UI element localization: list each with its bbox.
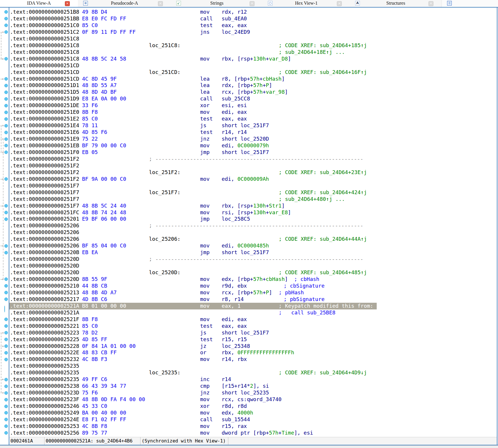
listing-row[interactable]: →.text:00000000000251C848 8B 5C 24 58mov… [0, 56, 498, 62]
view-border-left [9, 8, 9, 445]
listing-row[interactable]: .text:00000000000251B849 8B D4movrdx, r1… [0, 9, 498, 15]
operands: rcx, [rbp+57h+P] [222, 289, 272, 296]
mnemonic: lea [200, 76, 210, 82]
listing-row[interactable]: .text:000000000002522185 C0testeax, eax [0, 323, 498, 330]
code-line-dot-icon [4, 104, 8, 107]
listing-row[interactable]: .text:00000000000251F7 [0, 183, 498, 189]
listing-row[interactable]: .text:00000000000251BBE8 E0 FC FD FFcall… [0, 15, 498, 22]
listing-row[interactable]: .text:00000000000251D9E8 EA 0A 00 00call… [0, 95, 498, 102]
comment: ; cbSignature [284, 283, 325, 289]
listing-label-row[interactable]: .text:0000000000025206loc_25206:; CODE X… [0, 236, 498, 242]
address: .text:00000000000251F2 [10, 169, 79, 176]
address: .text:000000000002521A [10, 309, 79, 316]
listing-row[interactable]: .text:00000000000252254D 85 FFtestr15, r… [0, 336, 498, 343]
listing-row[interactable]: .text:00000000000251D148 8D 55 A7leardx,… [0, 82, 498, 89]
divider-comment: ; --------------------------------------… [149, 156, 363, 162]
listing-row[interactable]: ⇢.text:000000000002522378 D2jsshort loc_… [0, 330, 498, 336]
listing-row[interactable]: .text:0000000000025201E9 BF 06 00 00jmpl… [0, 216, 498, 222]
listing-label-row[interactable]: .text:00000000000251F2loc_251F2:; CODE X… [0, 169, 498, 176]
listing-row[interactable]: →.text:000000000002520D8B 55 9Fmovedx, [… [0, 276, 498, 283]
listing-row[interactable]: ⇢.text:00000000000251C20F 89 11 FD FF FF… [0, 29, 498, 36]
tab-ida-view-a[interactable]: IDA View-A✕ [0, 0, 78, 7]
listing-row[interactable]: ⇢.text:00000000000251F0EB 05jmpshort loc… [0, 149, 498, 156]
listing-row[interactable]: .text:000000000002522E48 83 CB FForrbx, … [0, 349, 498, 356]
listing-row[interactable]: .text:000000000002520D [0, 263, 498, 269]
mnemonic: mov [200, 430, 210, 436]
tab-hex-view-1[interactable]: Hex View-1✕ [263, 0, 350, 7]
listing-row[interactable]: →.text:00000000000251F2BF 9A 00 00 C0mov… [0, 176, 498, 183]
listing-row[interactable]: →.text:0000000000025206BF 85 04 00 C0mov… [0, 242, 498, 249]
listing-row-patched[interactable]: .text:000000000002521AB8 01 00 00 00move… [0, 303, 498, 309]
listing-row[interactable]: .text:00000000000251C085 C0testeax, eax [0, 22, 498, 29]
listing-row[interactable]: →.text:00000000000251CD4C 8D 45 9Flear8,… [0, 76, 498, 82]
tab-pseudocode-a[interactable]: Pseudocode-A✕ [78, 0, 171, 7]
listing-row[interactable]: .text:00000000000251E08B F8movedi, eax [0, 109, 498, 116]
tab-strings[interactable]: Strings✕ [171, 0, 263, 7]
listing-row[interactable]: .text:000000000002524EE8 F1 02 FF FFcall… [0, 416, 498, 423]
listing-row[interactable]: ⇢.text:00000000000251E478 11jsshort loc_… [0, 122, 498, 129]
listing-row[interactable]: .text:00000000000251F2 [0, 162, 498, 169]
listing-row[interactable]: .text:00000000000251F7; sub_24D64+480↑j … [0, 196, 498, 203]
listing-row[interactable]: .text:00000000000251EBBF 79 00 00 C0move… [0, 142, 498, 149]
address: .text:0000000000025206 [10, 242, 79, 249]
mnemonic: test [200, 116, 213, 122]
listing-row[interactable]: .text:000000000002521044 8B CBmovr9d, eb… [0, 283, 498, 289]
listing-row[interactable]: .text:000000000002524645 33 C0xorr8d, r8… [0, 403, 498, 410]
tab-close-icon[interactable]: ✕ [428, 1, 433, 6]
listing-row[interactable]: .text:000000000002525689 75 77movdword p… [0, 430, 498, 436]
listing-row[interactable]: ⇢.text:00000000000252280F 84 1A 01 00 00… [0, 343, 498, 350]
listing-divider-row[interactable]: .text:000000000002520D; ----------------… [0, 256, 498, 263]
tab-close-icon[interactable]: ✕ [337, 1, 342, 6]
address: .text:0000000000025235 [10, 363, 79, 369]
listing-row[interactable]: ⇢.text:00000000000251E975 22jnzshort loc… [0, 136, 498, 142]
code-line-dot-icon [4, 30, 8, 34]
listing-row[interactable]: .text:00000000000251E285 C0testeax, eax [0, 116, 498, 122]
operands: rdx, [rbp+57h+P] [222, 82, 272, 89]
listing-label-row[interactable]: .text:00000000000251CDloc_251CD:; CODE X… [0, 69, 498, 76]
listing-row[interactable]: .text:000000000002523866 43 39 34 77cmp[… [0, 383, 498, 389]
listing-row[interactable]: .text:00000000000251D548 8D 4D BFlearcx,… [0, 89, 498, 95]
jump-arrow-line [1, 333, 1, 393]
listing-row[interactable]: →.text:00000000000251F748 8B 5C 24 40mov… [0, 203, 498, 209]
opcode-bytes: 66 43 39 34 77 [82, 383, 126, 389]
listing-row[interactable]: .text:0000000000025206 [0, 229, 498, 236]
address: .text:00000000000251FC [10, 209, 79, 216]
listing-row[interactable]: .text:0000000000025235 [0, 363, 498, 369]
listing-row[interactable]: ⇢.text:000000000002523D75 F6jnzshort loc… [0, 389, 498, 396]
tab-close-icon[interactable]: ✕ [250, 1, 255, 6]
listing-divider-row[interactable]: .text:0000000000025206; ----------------… [0, 222, 498, 229]
opcode-bytes: 85 C0 [82, 116, 98, 122]
listing-row[interactable]: .text:000000000002520BEB EAjmpshort loc_… [0, 249, 498, 256]
listing-label-row[interactable]: .text:00000000000251F7loc_251F7:; CODE X… [0, 189, 498, 196]
listing-row[interactable]: .text:000000000002521A; call sub_25BE8 [0, 309, 498, 316]
listing-row[interactable]: .text:00000000000251DE33 F6xoresi, esi [0, 102, 498, 109]
tab-structures[interactable]: Structures✕ [350, 0, 442, 7]
listing-row[interactable]: .text:00000000000251C8; sub_24D64+18E↑j … [0, 49, 498, 56]
listing-row[interactable]: .text:000000000002523F48 8B 0D FA F4 00 … [0, 396, 498, 403]
opcode-bytes: 78 D2 [82, 330, 98, 336]
listing-row[interactable]: .text:000000000002521348 8B 4D A7movrcx,… [0, 289, 498, 296]
tab-close-icon[interactable]: ✕ [158, 1, 163, 6]
address: .text:0000000000025253 [10, 423, 79, 430]
listing-row[interactable]: →.text:000000000002523549 FF C6incr14 [0, 376, 498, 383]
tab-close-icon[interactable]: ✕ [65, 1, 70, 6]
listing-label-row[interactable]: .text:000000000002520Dloc_2520D:; CODE X… [0, 269, 498, 276]
listing-row[interactable]: .text:00000000000251FC48 8B 74 24 48movr… [0, 209, 498, 216]
address: .text:00000000000251CD [10, 69, 79, 76]
listing-row[interactable]: .text:0000000000025249BA 00 40 00 00move… [0, 410, 498, 416]
listing-divider-row[interactable]: .text:00000000000251F2; ----------------… [0, 156, 498, 162]
operands: dword ptr [rbp+57h+Time], esi [222, 430, 313, 436]
listing-label-row[interactable]: .text:0000000000025235loc_25235:; CODE X… [0, 369, 498, 376]
disassembly-listing[interactable]: .text:00000000000251B849 8B D4movrdx, r1… [0, 0, 498, 437]
listing-row[interactable]: .text:00000000000251E64D 85 F6testr14, r… [0, 129, 498, 136]
listing-row[interactable]: .text:00000000000252534C 8B F8movr15, ra… [0, 423, 498, 430]
listing-row[interactable]: .text:00000000000251C8 [0, 36, 498, 42]
listing-row[interactable]: .text:000000000002521F8B F8movedi, eax [0, 316, 498, 323]
listing-row[interactable]: .text:00000000000252174D 8B C6movr8, r14… [0, 296, 498, 303]
listing-row[interactable]: .text:00000000000251CD [0, 62, 498, 69]
listing-row[interactable]: .text:00000000000252324C 8B F3movr14, rb… [0, 356, 498, 363]
code-line-dot-icon [4, 137, 8, 141]
mnemonic: mov [200, 316, 210, 323]
listing-label-row[interactable]: .text:00000000000251C8loc_251C8:; CODE X… [0, 42, 498, 49]
enums-icon[interactable] [447, 1, 452, 6]
